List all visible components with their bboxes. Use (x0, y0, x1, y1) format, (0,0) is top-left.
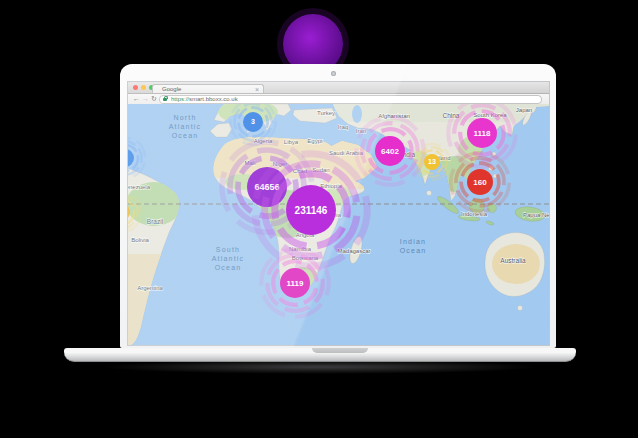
traffic-light-close-button[interactable] (133, 85, 138, 90)
tab-title: Google (162, 86, 181, 92)
browser-tab[interactable]: Google × (152, 84, 264, 93)
country-label: Bolivia (131, 237, 149, 243)
country-label: Argentina (137, 285, 163, 291)
country-label: Brazil (147, 218, 164, 225)
country-label: Turkey (317, 110, 335, 116)
cluster-count: 3 (251, 118, 255, 125)
cluster-bubble[interactable] (128, 149, 134, 167)
country-label: Japan (516, 107, 532, 113)
cluster-count: 13 (428, 158, 436, 165)
ocean-label: South (216, 246, 240, 253)
cluster-count: 160 (473, 178, 487, 187)
lock-icon (163, 98, 167, 101)
ocean-label: Ocean (172, 132, 199, 139)
tab-close-icon[interactable]: × (255, 85, 259, 94)
scene: Google × ← → ↻ https://smart.bboxx.co.uk (0, 0, 638, 438)
country-label: Egypt (307, 138, 323, 144)
url-scheme: https:// (171, 96, 189, 102)
country-label: Papua New Gui (523, 212, 549, 218)
forward-icon[interactable]: → (142, 94, 149, 104)
reload-icon[interactable]: ↻ (151, 94, 157, 104)
cluster-count: 231146 (295, 205, 328, 216)
laptop-shadow (100, 360, 540, 374)
laptop-screen: Google × ← → ↻ https://smart.bboxx.co.uk (120, 64, 556, 348)
country-label: Madagascar (337, 248, 370, 254)
ocean-label: Indian (400, 238, 426, 245)
country-label: Australia (500, 257, 526, 264)
cluster-count: 1118 (474, 129, 491, 138)
ocean-label: North (173, 114, 196, 121)
ocean-label: Atlantic (212, 255, 245, 262)
camera-dot (331, 71, 336, 76)
url-bar[interactable]: https://smart.bboxx.co.uk (159, 95, 542, 104)
ocean-label: Ocean (215, 264, 242, 271)
caspian-sea (352, 105, 362, 123)
url-host: smart.bboxx.co.uk (189, 96, 238, 102)
cluster-count: 1119 (287, 279, 304, 288)
country-label: Iraq (338, 124, 348, 130)
laptop-base-notch (312, 348, 368, 353)
traffic-light-minimize-button[interactable] (141, 85, 146, 90)
back-icon[interactable]: ← (133, 94, 140, 104)
cluster-edge-blue[interactable] (128, 135, 148, 182)
world-map[interactable]: NorthAtlanticOceanSouthAtlanticOceanIndi… (128, 104, 549, 345)
ocean-label: Ocean (400, 247, 427, 254)
map-canvas[interactable]: NorthAtlanticOceanSouthAtlanticOceanIndi… (128, 104, 549, 345)
country-label: Venezuela (128, 184, 151, 190)
tab-bar: Google × (128, 82, 549, 94)
country-label: Libya (284, 139, 299, 145)
cluster-count: 6402 (381, 147, 399, 156)
ocean-label: Atlantic (169, 123, 202, 130)
browser-window: Google × ← → ↻ https://smart.bboxx.co.uk (128, 82, 549, 345)
